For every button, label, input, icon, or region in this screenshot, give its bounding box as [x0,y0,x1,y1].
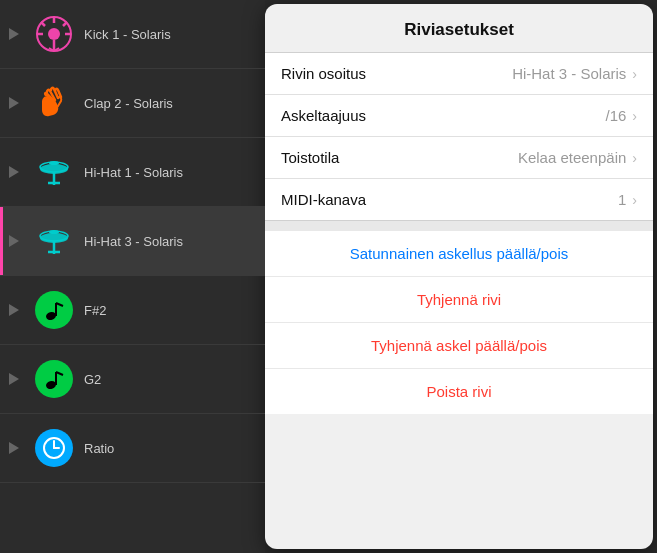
action-clear-row[interactable]: Tyhjennä rivi [265,277,653,323]
play-triangle-icon [9,235,19,247]
play-triangle-icon [9,442,19,454]
settings-row-midichannel[interactable]: MIDI-kanava 1 › [265,179,653,220]
action-clear-steps[interactable]: Tyhjennä askel päällä/pois [265,323,653,369]
track-icon-clock [32,426,76,470]
settings-value: /16 [605,107,626,124]
track-row[interactable]: Ratio [0,414,265,483]
action-delete-row[interactable]: Poista rivi [265,369,653,414]
track-name: G2 [84,372,257,387]
settings-row-destination[interactable]: Rivin osoitus Hi-Hat 3 - Solaris › [265,53,653,95]
popup-title: Riviasetukset [265,4,653,53]
track-row[interactable]: Kick 1 - Solaris [0,0,265,69]
track-name: Clap 2 - Solaris [84,96,257,111]
clock-icon [35,429,73,467]
settings-value: 1 [618,191,626,208]
track-name: Ratio [84,441,257,456]
note-symbol [43,368,65,390]
track-icon-hihat1 [32,150,76,194]
track-name: Hi-Hat 1 - Solaris [84,165,257,180]
track-row[interactable]: F#2 [0,276,265,345]
chevron-icon: › [632,192,637,208]
hihat1-icon [35,153,73,191]
settings-label: Toistotila [281,149,518,166]
play-triangle-icon [9,166,19,178]
play-button[interactable] [4,300,24,320]
track-icon-clap [32,81,76,125]
track-icon-kick [32,12,76,56]
play-triangle-icon [9,97,19,109]
hihat3-icon [35,222,73,260]
svg-line-2 [63,22,67,26]
play-button[interactable] [4,93,24,113]
svg-point-6 [48,28,60,40]
svg-line-4 [41,22,45,26]
settings-row-steprate[interactable]: Askeltaajuus /16 › [265,95,653,137]
svg-point-13 [49,161,59,165]
settings-label: Rivin osoitus [281,65,512,82]
track-list: Kick 1 - Solaris Clap 2 - Solaris [0,0,265,553]
svg-line-25 [56,372,63,375]
play-button[interactable] [4,369,24,389]
settings-section: Rivin osoitus Hi-Hat 3 - Solaris › Askel… [265,53,653,221]
action-random-steps[interactable]: Satunnainen askellus päällä/pois [265,231,653,277]
chevron-icon: › [632,108,637,124]
note-symbol [43,299,65,321]
selected-indicator [0,207,3,275]
play-button[interactable] [4,438,24,458]
settings-label: Askeltaajuus [281,107,605,124]
clap-icon [35,84,73,122]
play-button[interactable] [4,24,24,44]
play-button[interactable] [4,162,24,182]
settings-popup: Riviasetukset Rivin osoitus Hi-Hat 3 - S… [265,4,653,549]
clock-symbol [42,436,66,460]
track-row[interactable]: Hi-Hat 1 - Solaris [0,138,265,207]
svg-point-18 [49,230,59,234]
note-icon [35,360,73,398]
play-button[interactable] [4,231,24,251]
track-icon-note2 [32,357,76,401]
settings-value: Hi-Hat 3 - Solaris [512,65,626,82]
settings-row-playmode[interactable]: Toistotila Kelaa eteenpäin › [265,137,653,179]
settings-value: Kelaa eteenpäin [518,149,626,166]
divider [265,221,653,231]
track-row[interactable]: Clap 2 - Solaris [0,69,265,138]
track-name: Kick 1 - Solaris [84,27,257,42]
track-row[interactable]: G2 [0,345,265,414]
note-icon [35,291,73,329]
kick-icon [35,15,73,53]
action-section: Satunnainen askellus päällä/pois Tyhjenn… [265,231,653,414]
track-name: Hi-Hat 3 - Solaris [84,234,257,249]
settings-label: MIDI-kanava [281,191,618,208]
play-triangle-icon [9,304,19,316]
play-triangle-icon [9,373,19,385]
track-name: F#2 [84,303,257,318]
track-icon-hihat3 [32,219,76,263]
chevron-icon: › [632,66,637,82]
chevron-icon: › [632,150,637,166]
track-icon-note1 [32,288,76,332]
play-triangle-icon [9,28,19,40]
track-row-selected[interactable]: Hi-Hat 3 - Solaris [0,207,265,276]
svg-line-22 [56,303,63,306]
